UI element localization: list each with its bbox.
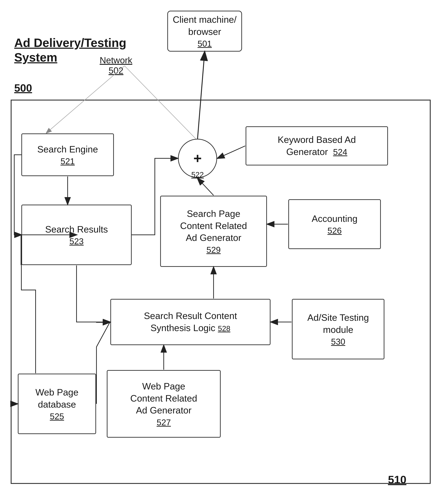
- webpage-db-label: Web Page database: [35, 386, 79, 411]
- search-engine-number: 521: [61, 156, 75, 166]
- ad-site-testing-label: Ad/Site Testing module: [307, 312, 369, 336]
- network-label: Network 502: [100, 55, 132, 76]
- box-synthesis-logic: Search Result Content Synthesis Logic 52…: [110, 299, 270, 345]
- box-webpage-db: Web Page database 525: [18, 374, 96, 434]
- keyword-ad-label: Keyword Based Ad Generator 524: [278, 134, 356, 158]
- webpage-ad-number: 527: [157, 417, 171, 427]
- title-line1: Ad Delivery/Testing: [14, 36, 126, 50]
- search-page-ad-label: Search Page Content Related Ad Generator: [180, 208, 247, 244]
- search-results-number: 523: [69, 236, 84, 246]
- box-search-results: Search Results 523: [21, 205, 132, 265]
- diagram: Ad Delivery/Testing System 500 Network 5…: [0, 0, 441, 504]
- accounting-number: 526: [328, 226, 342, 236]
- box-ad-site-testing: Ad/Site Testing module 530: [292, 299, 384, 359]
- box-client: Client machine/ browser 501: [167, 11, 242, 52]
- accounting-label: Accounting: [312, 213, 357, 225]
- label-510: 510: [388, 473, 406, 486]
- webpage-ad-label: Web Page Content Related Ad Generator: [130, 380, 197, 416]
- label-500: 500: [14, 82, 32, 94]
- search-results-label: Search Results: [45, 223, 108, 236]
- circle-combiner: + 522: [178, 139, 217, 178]
- box-webpage-ad: Web Page Content Related Ad Generator 52…: [107, 370, 221, 438]
- client-number: 501: [198, 39, 212, 48]
- search-page-ad-number: 529: [206, 245, 221, 255]
- combiner-number: 522: [191, 170, 204, 179]
- search-engine-label: Search Engine: [37, 143, 98, 155]
- box-accounting: Accounting 526: [288, 199, 381, 249]
- combiner-symbol: +: [193, 150, 202, 167]
- client-label: Client machine/ browser: [173, 14, 236, 38]
- ad-site-testing-number: 530: [331, 337, 345, 347]
- box-search-page-ad: Search Page Content Related Ad Generator…: [160, 196, 267, 267]
- synthesis-logic-label: Search Result Content Synthesis Logic 52…: [144, 310, 237, 334]
- box-keyword-ad: Keyword Based Ad Generator 524: [246, 126, 388, 166]
- webpage-db-number: 525: [50, 412, 64, 421]
- box-search-engine: Search Engine 521: [21, 133, 114, 176]
